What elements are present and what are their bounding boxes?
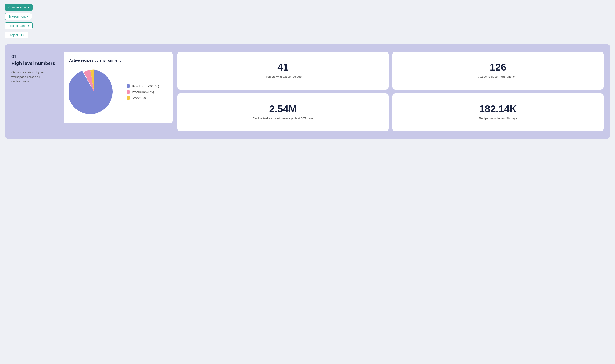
chart-card: Active recipes by environment [64,52,173,123]
stat-card-projects: 41 Projects with active recipes [177,52,389,90]
chevron-down-icon: ▾ [28,6,29,9]
filter-bar: Completed at ▾ Environment ▾ Project nam… [5,4,610,39]
chevron-down-icon: ▾ [28,25,29,27]
legend-item-develop: Develop... (92.5%) [127,84,159,88]
legend-label-develop: Develop... (92.5%) [132,84,159,88]
section-description: Get an overview of your workspace across… [11,70,59,84]
stat-value-recipe-tasks-month: 2.54M [269,104,297,114]
legend-color-production [127,90,130,94]
filter-project-name-label: Project name [8,24,26,27]
stat-card-recipe-tasks-month: 2.54M Recipe tasks / month average, last… [177,93,389,131]
filter-completed-at[interactable]: Completed at ▾ [5,4,33,11]
filter-project-id[interactable]: Project ID ▾ [5,31,28,39]
legend-label-production: Production (5%) [132,90,154,94]
stat-label-recipe-tasks-30: Recipe tasks in last 30 days [479,116,517,121]
stat-label-projects: Projects with active recipes [264,75,301,79]
stats-grid: 41 Projects with active recipes 126 Acti… [177,52,604,131]
filter-completed-at-label: Completed at [8,5,26,9]
filter-environment[interactable]: Environment ▾ [5,13,32,20]
section-number: 01 [11,53,59,60]
filter-project-name[interactable]: Project name ▾ [5,22,33,29]
chevron-down-icon: ▾ [27,15,28,18]
legend-label-test: Test (2.5%) [132,96,147,100]
stat-value-projects: 41 [277,62,288,72]
chart-content: Develop... (92.5%) Production (5%) Test … [69,67,167,117]
stat-card-active-recipes: 126 Active recipes (non-function) [392,52,604,90]
stat-card-recipe-tasks-30: 182.14K Recipe tasks in last 30 days [392,93,604,131]
filter-environment-label: Environment [8,15,26,18]
section-title: High level numbers [11,61,59,66]
chevron-down-icon: ▾ [23,34,25,36]
stat-value-active-recipes: 126 [490,62,506,72]
stat-label-recipe-tasks-month: Recipe tasks / month average, last 365 d… [253,116,314,121]
stat-value-recipe-tasks-30: 182.14K [479,104,517,114]
legend-color-develop [127,84,130,88]
legend-item-production: Production (5%) [127,90,159,94]
legend-item-test: Test (2.5%) [127,96,159,100]
legend-color-test [127,96,130,100]
chart-legend: Develop... (92.5%) Production (5%) Test … [127,84,159,100]
chart-title: Active recipes by environment [69,58,167,62]
dashboard-section: 01 High level numbers Get an overview of… [5,44,610,139]
pie-chart [69,67,119,117]
section-header: 01 High level numbers Get an overview of… [11,52,59,84]
pie-chart-svg [69,67,119,117]
filter-project-id-label: Project ID [8,33,22,37]
stat-label-active-recipes: Active recipes (non-function) [478,75,518,79]
